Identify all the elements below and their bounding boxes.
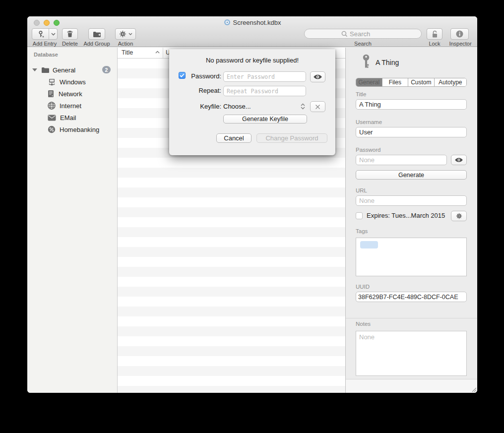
- eye-icon: [313, 74, 322, 80]
- action-label: Action: [115, 41, 136, 47]
- folder-plus-icon: [93, 31, 101, 38]
- folder-icon: [41, 66, 50, 73]
- internet-icon: [48, 102, 56, 110]
- gear-icon: [456, 213, 462, 219]
- delete-label: Delete: [55, 41, 85, 47]
- add-group-label: Add Group: [82, 41, 112, 47]
- username-field-label: Username: [356, 119, 382, 125]
- tab-files[interactable]: Files: [382, 78, 409, 86]
- inspector-footer: [346, 379, 477, 393]
- app-window: Screenshot.kdbx Add Entry Delete Add: [27, 16, 477, 393]
- sidebar-item-email[interactable]: EMail: [27, 112, 117, 124]
- homebanking-icon: [48, 125, 56, 133]
- disclosure-triangle-icon[interactable]: [32, 68, 37, 71]
- add-entry-button[interactable]: [32, 28, 58, 40]
- entry-count-badge: 2: [102, 66, 111, 73]
- eye-icon: [454, 157, 463, 163]
- tags-label: Tags: [356, 228, 368, 234]
- sidebar-item-general[interactable]: General 2: [27, 64, 117, 76]
- info-icon: [456, 30, 463, 38]
- key-plus-icon: [32, 30, 49, 38]
- network-icon: [48, 90, 54, 98]
- search-label: Search: [304, 41, 422, 47]
- generate-keyfile-button[interactable]: Generate Keyfile: [223, 115, 307, 124]
- inspector-tabs: General Files Custom Autotype: [356, 78, 467, 87]
- url-field[interactable]: [356, 195, 467, 206]
- sidebar-item-label: EMail: [60, 114, 76, 122]
- delete-button[interactable]: [62, 28, 78, 40]
- password-field[interactable]: [356, 155, 447, 165]
- sidebar-item-label: General: [53, 66, 75, 74]
- trash-icon: [66, 30, 73, 38]
- username-field[interactable]: [356, 127, 467, 137]
- uuid-label: UUID: [356, 284, 370, 290]
- sidebar-section-header: Database: [34, 52, 58, 58]
- sidebar: Database General 2 Windows Network: [27, 48, 118, 393]
- document-icon: [224, 19, 231, 26]
- notes-label: Notes: [356, 321, 371, 327]
- sheet-password-input[interactable]: [223, 71, 306, 82]
- keyfile-popup[interactable]: Choose...: [223, 101, 306, 112]
- title-field-label: Title: [356, 91, 366, 97]
- unlock-icon: [431, 30, 439, 38]
- inspector-button[interactable]: [450, 28, 469, 40]
- search-box[interactable]: [304, 29, 422, 39]
- tab-autotype[interactable]: Autotype: [435, 78, 466, 86]
- entry-title: A Thing: [376, 59, 399, 66]
- sidebar-item-internet[interactable]: Internet: [27, 100, 117, 112]
- stepper-icon: [301, 103, 305, 110]
- sheet-message: No password or keyfile supplied!: [169, 57, 335, 64]
- title-field[interactable]: [356, 99, 467, 110]
- tab-custom[interactable]: Custom: [408, 78, 435, 86]
- uuid-field[interactable]: [356, 292, 467, 302]
- key-icon: [361, 54, 372, 70]
- email-icon: [48, 115, 56, 121]
- url-field-label: URL: [356, 187, 367, 193]
- password-field-label: Password: [356, 147, 381, 153]
- generate-password-button[interactable]: Generate: [356, 170, 467, 180]
- close-x-icon: [315, 104, 320, 110]
- show-password-button[interactable]: [451, 155, 467, 165]
- lock-button[interactable]: [427, 28, 442, 40]
- sheet-keyfile-label: Keyfile:: [179, 103, 221, 110]
- windows-icon: [48, 78, 56, 86]
- expires-checkbox[interactable]: [356, 212, 363, 219]
- sidebar-item-label: Internet: [60, 102, 81, 110]
- tab-general[interactable]: General: [356, 78, 382, 86]
- sheet-show-password-button[interactable]: [310, 71, 325, 82]
- cancel-button[interactable]: Cancel: [216, 133, 252, 143]
- tag-chip[interactable]: [360, 241, 378, 248]
- inspector-label: Inspector: [446, 41, 474, 47]
- expires-label: Expires: Tues...March 2015: [367, 212, 445, 219]
- keyfile-popup-value: Choose...: [223, 103, 251, 110]
- add-group-button[interactable]: [88, 28, 105, 40]
- window-title: Screenshot.kdbx: [233, 19, 281, 26]
- sidebar-item-windows[interactable]: Windows: [27, 76, 117, 88]
- resize-grip[interactable]: [471, 386, 477, 392]
- window-title-row: Screenshot.kdbx: [27, 18, 477, 27]
- action-button[interactable]: [115, 28, 136, 40]
- sidebar-item-label: Homebanking: [60, 126, 99, 133]
- section-divider: [346, 318, 477, 318]
- sidebar-item-label: Windows: [60, 78, 86, 86]
- column-header-title[interactable]: Title: [122, 49, 133, 56]
- password-sheet: No password or keyfile supplied! Passwor…: [169, 49, 335, 155]
- chevron-down-icon[interactable]: [49, 33, 57, 36]
- inspector-panel: A Thing General Files Custom Autotype Ti…: [345, 48, 477, 393]
- sheet-repeat-input[interactable]: [223, 86, 306, 96]
- sheet-password-label: Password:: [179, 72, 221, 80]
- tags-box[interactable]: [356, 238, 467, 276]
- change-password-button[interactable]: Change Password: [256, 133, 327, 143]
- add-entry-label: Add Entry: [32, 41, 58, 47]
- clear-keyfile-button[interactable]: [310, 101, 325, 112]
- search-input[interactable]: [350, 30, 404, 38]
- column-divider[interactable]: [163, 48, 163, 58]
- expires-settings-button[interactable]: [451, 211, 467, 221]
- sort-ascending-icon: [155, 51, 160, 54]
- sidebar-item-label: Network: [59, 90, 82, 98]
- sidebar-item-homebanking[interactable]: Homebanking: [27, 124, 117, 135]
- lock-label: Lock: [424, 41, 445, 47]
- sidebar-item-network[interactable]: Network: [27, 88, 117, 100]
- titlebar-toolbar: Screenshot.kdbx Add Entry Delete Add: [27, 16, 477, 47]
- notes-textarea[interactable]: [356, 331, 467, 376]
